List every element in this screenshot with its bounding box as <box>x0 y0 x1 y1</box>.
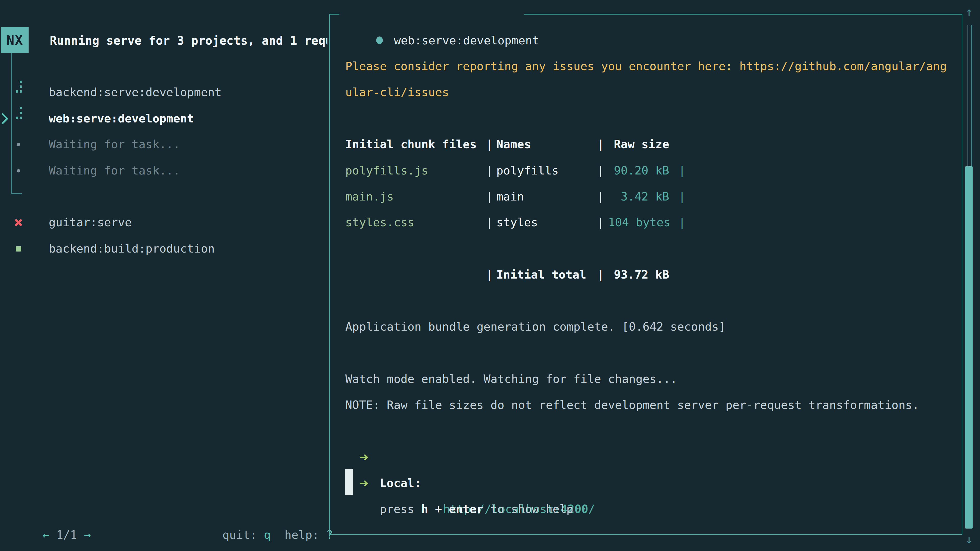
help-hint-text: pressh + enterto show help <box>380 496 573 522</box>
pipe: | <box>486 131 493 157</box>
press-keys: h + enter <box>421 502 484 516</box>
watch-mode-message: Watch mode enabled. Watching for file ch… <box>345 366 677 392</box>
help-label: help: <box>285 528 319 541</box>
sidebar-item-backend-serve[interactable]: backend:serve:development <box>49 79 221 105</box>
spinner-icon <box>13 106 24 132</box>
press-rest: to show help <box>490 502 573 516</box>
total-label: Initial total <box>496 262 586 288</box>
table-header-row: Initial chunk files | Names | Raw size <box>345 131 373 157</box>
pipe: | <box>597 184 604 210</box>
pipe: | <box>486 210 493 235</box>
scroll-down-icon[interactable]: ↓ <box>965 529 974 549</box>
table-total-row: | Initial total | 93.72 kB <box>345 262 373 288</box>
pager-page-indicator: 1/1 <box>56 528 77 541</box>
pipe: | <box>486 262 493 288</box>
help-hint-line: ➜ pressh + enterto show help <box>345 444 373 470</box>
press-word: press <box>380 502 414 516</box>
col-header-names: Names <box>496 131 531 157</box>
local-url-line: ➜ Local: http://localhost:4200/ <box>345 418 373 444</box>
hotkey-bar: quit:qhelp:? <box>195 496 333 522</box>
sidebar-item-backend-build[interactable]: backend:build:production <box>49 236 215 262</box>
dot-icon <box>13 158 24 184</box>
sidebar-item-web-serve[interactable]: web:serve:development <box>49 106 194 132</box>
chunk-size: 3.42 kB <box>608 184 669 210</box>
pipe: | <box>679 184 686 210</box>
chunk-name: polyfills <box>496 158 558 184</box>
chunk-file-name: styles.css <box>345 210 414 235</box>
col-header-chunk-files: Initial chunk files <box>345 131 477 157</box>
panel-title-text: web:serve:development <box>394 34 539 47</box>
nx-logo: NX <box>1 27 29 53</box>
quit-label: quit: <box>222 528 257 541</box>
cross-icon <box>13 210 24 235</box>
pipe: | <box>597 210 604 235</box>
note-message: NOTE: Raw file sizes do not reflect deve… <box>345 392 919 418</box>
pipe: | <box>679 210 686 235</box>
sidebar-item-waiting-1[interactable]: Waiting for task... <box>49 131 180 157</box>
quit-key: q <box>264 528 271 541</box>
nx-terminal-ui: NX Running serve for 3 projects, and 1 r… <box>0 0 980 551</box>
pipe: | <box>597 158 604 184</box>
pager-next-icon[interactable]: → <box>84 528 91 541</box>
page-title: Running serve for 3 projects, and 1 requ <box>50 27 328 54</box>
pager: ←1/1→ <box>15 496 91 522</box>
pipe: | <box>597 131 604 157</box>
selected-task-caret-icon <box>1 106 11 132</box>
local-label: Local: <box>380 470 422 496</box>
prompt-arrow-icon: ➜ <box>359 470 369 496</box>
scrollbar-track[interactable] <box>967 25 972 166</box>
pipe: | <box>679 158 686 184</box>
square-icon <box>13 236 24 262</box>
total-size: 93.72 kB <box>608 262 669 288</box>
notice-line-2: ular-cli/issues <box>345 79 449 105</box>
terminal-cursor <box>345 469 353 495</box>
notice-line-1: Please consider reporting any issues you… <box>345 53 947 79</box>
scrollbar-thumb[interactable] <box>965 166 973 529</box>
sidebar-item-waiting-2[interactable]: Waiting for task... <box>49 158 180 184</box>
pipe: | <box>486 184 493 210</box>
chunk-file-name: polyfills.js <box>345 158 428 184</box>
pager-prev-icon[interactable]: ← <box>42 528 49 541</box>
running-bullet-icon <box>376 37 383 44</box>
chunk-size: 90.20 kB <box>608 158 669 184</box>
task-tree-elbow <box>11 193 22 194</box>
table-row: main.js | main | 3.42 kB | <box>345 184 373 210</box>
chunk-name: main <box>496 184 524 210</box>
pipe: | <box>486 158 493 184</box>
scroll-up-icon[interactable]: ↑ <box>965 2 974 22</box>
sidebar-item-guitar-serve[interactable]: guitar:serve <box>49 210 132 235</box>
col-header-raw-size: Raw size <box>608 131 669 157</box>
table-row: polyfills.js | polyfills | 90.20 kB | <box>345 158 373 184</box>
chunk-file-name: main.js <box>345 184 394 210</box>
url-suffix[interactable]: / <box>588 502 595 516</box>
spinner-icon <box>13 79 24 105</box>
bundle-complete-message: Application bundle generation complete. … <box>345 314 725 340</box>
chunk-size: 104 bytes <box>608 210 669 235</box>
panel-title: web:serve:development <box>345 2 539 27</box>
dot-icon <box>13 131 24 157</box>
table-row: styles.css | styles | 104 bytes | <box>345 210 373 235</box>
pipe: | <box>597 262 604 288</box>
chunk-name: styles <box>496 210 538 235</box>
